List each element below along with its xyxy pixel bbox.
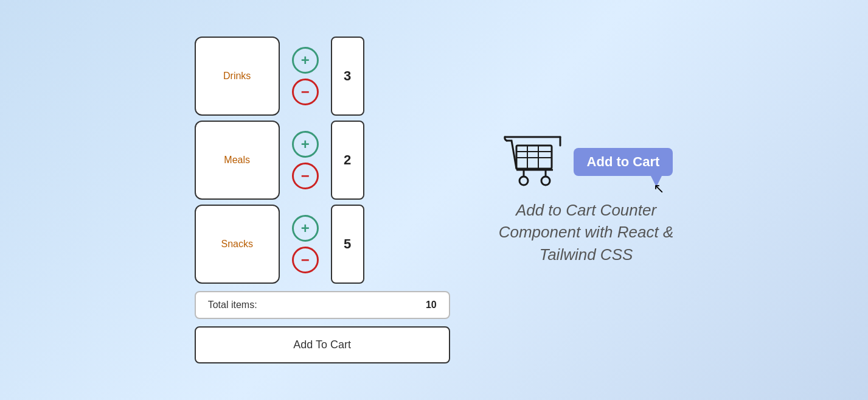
drinks-increment-button[interactable]: +: [292, 47, 319, 74]
drinks-row: Drinks + − 3: [195, 37, 450, 116]
cursor-icon: ↖: [653, 181, 664, 197]
drinks-label-box: Drinks: [195, 37, 280, 116]
snacks-label-box: Snacks: [195, 205, 280, 284]
right-title-line1: Add to Cart Counter: [516, 201, 656, 219]
snacks-decrement-button[interactable]: −: [292, 247, 319, 273]
meals-decrement-button[interactable]: −: [292, 163, 319, 189]
left-panel: Drinks + − 3 Meals + − 2 Snacks: [195, 37, 450, 363]
drinks-controls: + −: [292, 47, 319, 105]
meals-quantity: 2: [331, 121, 364, 200]
total-row: Total items: 10: [195, 291, 450, 319]
right-title-line2: Component with React &: [499, 223, 674, 241]
snacks-quantity: 5: [331, 205, 364, 284]
snacks-increment-button[interactable]: +: [292, 215, 319, 242]
svg-point-9: [519, 177, 528, 185]
cart-icon-area: Add to Cart ↖: [499, 135, 673, 189]
meals-label-box: Meals: [195, 121, 280, 200]
snacks-controls: + −: [292, 215, 319, 273]
drinks-label: Drinks: [223, 71, 251, 82]
svg-point-10: [541, 177, 550, 185]
meals-row: Meals + − 2: [195, 121, 450, 200]
right-panel: Add to Cart ↖ Add to Cart Counter Compon…: [499, 135, 674, 265]
meals-increment-button[interactable]: +: [292, 131, 319, 158]
cart-icon: [499, 135, 566, 189]
total-label: Total items:: [208, 300, 257, 311]
meals-label: Meals: [224, 155, 250, 166]
page-container: Drinks + − 3 Meals + − 2 Snacks: [0, 0, 868, 400]
snacks-label: Snacks: [221, 239, 252, 250]
add-to-cart-badge: Add to Cart: [574, 148, 673, 176]
meals-controls: + −: [292, 131, 319, 189]
drinks-decrement-button[interactable]: −: [292, 79, 319, 105]
add-to-cart-button[interactable]: Add To Cart: [195, 326, 450, 363]
snacks-row: Snacks + − 5: [195, 205, 450, 284]
drinks-quantity: 3: [331, 37, 364, 116]
badge-wrapper: Add to Cart ↖: [574, 148, 673, 176]
total-value: 10: [426, 300, 437, 311]
right-panel-title: Add to Cart Counter Component with React…: [499, 199, 674, 265]
right-title-line3: Tailwind CSS: [540, 245, 633, 264]
